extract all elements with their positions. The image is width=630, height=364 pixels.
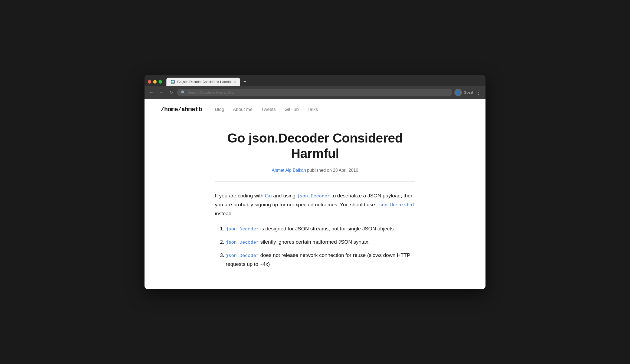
address-bar[interactable]: 🔍 xyxy=(177,89,452,96)
nav-about[interactable]: About me xyxy=(233,107,252,112)
list2-text: silently ignores certain malformed JSON … xyxy=(259,239,370,245)
article-title: Go json.Decoder Considered Harmful xyxy=(215,130,415,161)
page-content: /home/ahmetb Blog About me Tweets GitHub… xyxy=(145,99,485,289)
article-body: If you are coding with Go and using json… xyxy=(215,191,415,269)
menu-icon[interactable]: ⋮ xyxy=(475,88,482,97)
tab-bar: 🌐 Go json.Decoder Considered Harmful × + xyxy=(145,75,485,86)
profile-icon[interactable]: 👤 xyxy=(454,89,462,96)
json-unmarshal-code[interactable]: json.Unmarshal xyxy=(376,203,415,208)
go-link[interactable]: Go xyxy=(265,193,272,198)
toolbar: ← → ↻ 🔍 👤 Guest ⋮ xyxy=(145,86,485,99)
list1-code: json.Decoder xyxy=(226,227,259,232)
intro-paragraph: If you are coding with Go and using json… xyxy=(215,191,415,218)
nav-blog[interactable]: Blog xyxy=(215,107,224,112)
address-input[interactable] xyxy=(188,90,448,94)
intro-part4: instead. xyxy=(215,211,233,216)
article: Go json.Decoder Considered Harmful Ahmet… xyxy=(199,120,431,289)
browser-chrome: 🌐 Go json.Decoder Considered Harmful × +… xyxy=(145,75,485,99)
new-tab-button[interactable]: + xyxy=(241,78,249,86)
site-logo[interactable]: /home/ahmetb xyxy=(161,106,202,113)
list-item-3: json.Decoder does not release network co… xyxy=(226,251,415,269)
close-button[interactable] xyxy=(148,80,151,84)
list2-code: json.Decoder xyxy=(226,240,259,245)
nav-talks[interactable]: Talks xyxy=(307,107,318,112)
json-decoder-code1[interactable]: json.Decoder xyxy=(297,194,330,199)
browser-window: 🌐 Go json.Decoder Considered Harmful × +… xyxy=(145,75,485,289)
refresh-button[interactable]: ↻ xyxy=(167,89,175,96)
minimize-button[interactable] xyxy=(153,80,157,84)
nav-tweets[interactable]: Tweets xyxy=(261,107,276,112)
forward-button[interactable]: → xyxy=(158,89,165,96)
maximize-button[interactable] xyxy=(159,80,162,84)
tab-favicon-icon: 🌐 xyxy=(171,80,175,84)
profile-area: 👤 Guest xyxy=(454,89,473,96)
active-tab[interactable]: 🌐 Go json.Decoder Considered Harmful × xyxy=(166,78,240,86)
list1-text: is designed for JSON streams; not for si… xyxy=(259,226,393,231)
intro-part2: and using xyxy=(272,193,297,198)
list3-code: json.Decoder xyxy=(226,253,259,258)
profile-label: Guest xyxy=(464,90,473,94)
intro-part1: If you are coding with xyxy=(215,193,265,198)
back-button[interactable]: ← xyxy=(148,89,155,96)
meta-text: published on 28 April 2016 xyxy=(306,168,358,173)
list-item-2: json.Decoder silently ignores certain ma… xyxy=(226,238,415,247)
article-meta: Ahmet Alp Balkan published on 28 April 2… xyxy=(215,168,415,173)
site-nav: /home/ahmetb Blog About me Tweets GitHub… xyxy=(145,99,485,120)
search-icon: 🔍 xyxy=(181,90,185,95)
window-controls xyxy=(148,80,162,84)
tab-close-icon[interactable]: × xyxy=(234,80,236,84)
tab-title: Go json.Decoder Considered Harmful xyxy=(177,80,231,84)
divider xyxy=(215,181,415,182)
list-item-1: json.Decoder is designed for JSON stream… xyxy=(226,224,415,233)
nav-github[interactable]: GitHub xyxy=(284,107,299,112)
reasons-list: json.Decoder is designed for JSON stream… xyxy=(226,224,415,269)
author-link[interactable]: Ahmet Alp Balkan xyxy=(272,168,306,173)
